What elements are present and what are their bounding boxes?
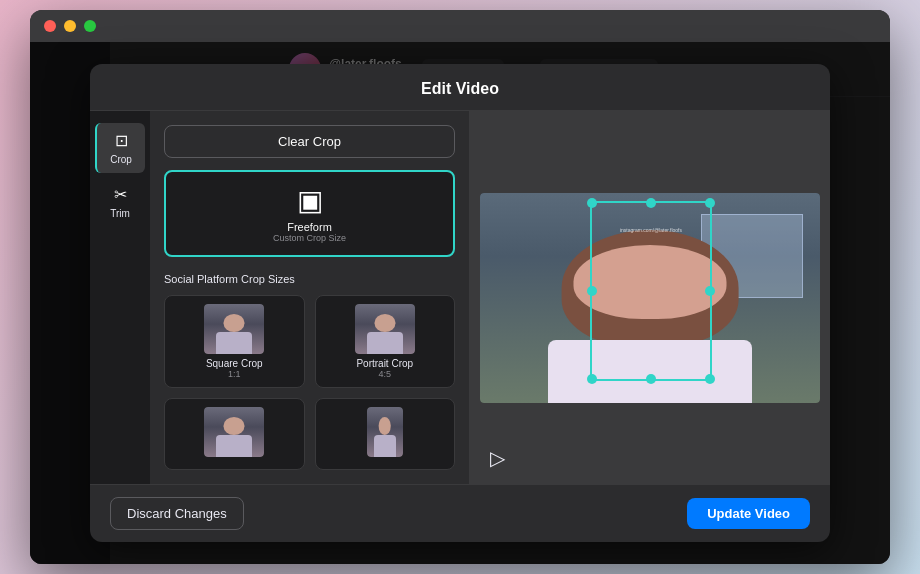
crop-corner-bl[interactable] <box>587 374 597 384</box>
crop-frame[interactable]: instagram.com/@later.floofs <box>590 201 712 381</box>
play-controls: ▷ <box>490 446 505 470</box>
tool-item-crop[interactable]: ⊡ Crop <box>95 123 145 173</box>
modal-footer: Discard Changes Update Video <box>90 484 830 542</box>
discard-changes-button[interactable]: Discard Changes <box>110 497 244 530</box>
crop-corner-br[interactable] <box>705 374 715 384</box>
preview-text-line1: instagram.com/@later.floofs <box>620 227 682 233</box>
tool-item-trim[interactable]: ✂ Trim <box>95 177 145 227</box>
left-panel: ⊡ Crop ✂ Trim Clear Crop <box>90 111 470 484</box>
crop-corner-lm[interactable] <box>587 286 597 296</box>
extra1-thumb-image <box>204 407 264 457</box>
video-canvas: instagram.com/@later.floofs <box>480 193 820 403</box>
crop-corner-rm[interactable] <box>705 286 715 296</box>
square-crop-label: Square Crop <box>206 358 263 369</box>
portrait-crop-ratio: 4:5 <box>378 369 391 379</box>
maximize-button[interactable] <box>84 20 96 32</box>
crop-corner-tl[interactable] <box>587 198 597 208</box>
social-section-title: Social Platform Crop Sizes <box>164 273 455 285</box>
freeform-icon: ▣ <box>297 184 323 217</box>
trim-label: Trim <box>110 208 130 219</box>
extra1-thumb <box>204 407 264 457</box>
freeform-sublabel: Custom Crop Size <box>273 233 346 243</box>
freeform-preset-card[interactable]: ▣ Freeform Custom Crop Size <box>164 170 455 257</box>
modal-title: Edit Video <box>421 80 499 97</box>
social-card-extra1[interactable] <box>164 398 305 470</box>
square-thumb-image <box>204 304 264 354</box>
update-video-button[interactable]: Update Video <box>687 498 810 529</box>
tool-sidebar: ⊡ Crop ✂ Trim <box>90 111 150 484</box>
square-crop-ratio: 1:1 <box>228 369 241 379</box>
modal-body: ⊡ Crop ✂ Trim Clear Crop <box>90 111 830 484</box>
crop-corner-tr[interactable] <box>705 198 715 208</box>
mac-window: @later.floofs Instagram Auto Publish on … <box>30 10 890 564</box>
close-button[interactable] <box>44 20 56 32</box>
extra2-thumb <box>367 407 403 457</box>
freeform-label: Freeform <box>287 221 332 233</box>
social-card-square[interactable]: Square Crop 1:1 <box>164 295 305 388</box>
preview-text-overlay: instagram.com/@later.floofs <box>600 218 702 236</box>
video-preview-panel: instagram.com/@later.floofs ▷ <box>470 111 830 484</box>
portrait-thumb <box>355 304 415 354</box>
minimize-button[interactable] <box>64 20 76 32</box>
crop-options-panel: Clear Crop ▣ Freeform Custom Crop Size S… <box>150 111 469 484</box>
social-card-extra2[interactable] <box>315 398 456 470</box>
freeform-preset-area: ▣ Freeform Custom Crop Size <box>164 170 455 257</box>
titlebar <box>30 10 890 42</box>
crop-label: Crop <box>110 154 132 165</box>
modal-overlay: Edit Video ⊡ Crop ✂ Trim <box>30 42 890 564</box>
crop-corner-tm[interactable] <box>646 198 656 208</box>
crop-icon: ⊡ <box>115 131 128 150</box>
trim-icon: ✂ <box>114 185 127 204</box>
social-presets-grid: Square Crop 1:1 Portrait Crop 4:5 <box>164 295 455 470</box>
play-button[interactable]: ▷ <box>490 446 505 470</box>
portrait-thumb-image <box>355 304 415 354</box>
square-thumb <box>204 304 264 354</box>
crop-corner-bm[interactable] <box>646 374 656 384</box>
social-card-portrait[interactable]: Portrait Crop 4:5 <box>315 295 456 388</box>
portrait-crop-label: Portrait Crop <box>356 358 413 369</box>
video-area: instagram.com/@later.floofs <box>470 183 830 413</box>
edit-video-modal: Edit Video ⊡ Crop ✂ Trim <box>90 64 830 542</box>
modal-header: Edit Video <box>90 64 830 111</box>
extra2-thumb-image <box>367 407 403 457</box>
clear-crop-button[interactable]: Clear Crop <box>164 125 455 158</box>
